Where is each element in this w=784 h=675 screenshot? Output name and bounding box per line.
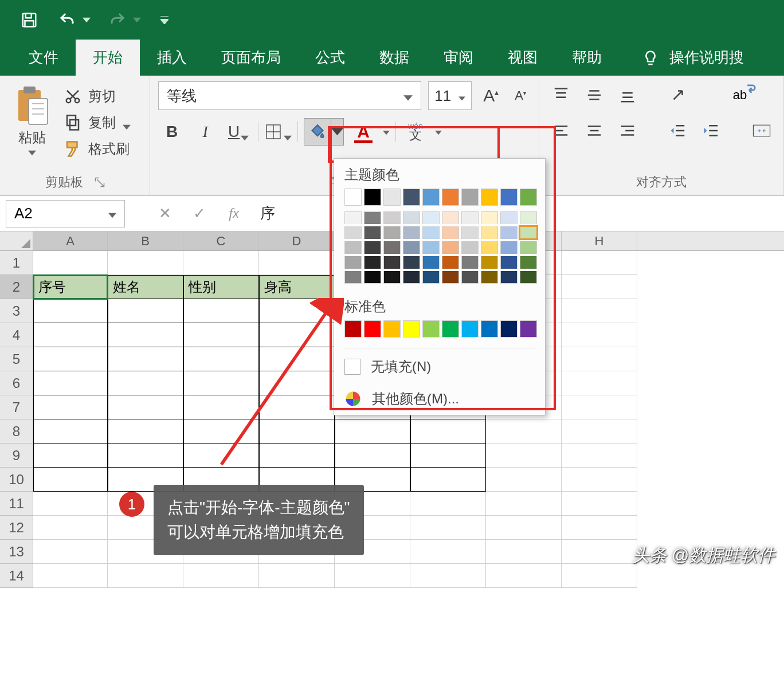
decrease-indent-button[interactable] (664, 117, 692, 144)
cell-E9[interactable] (335, 444, 410, 468)
color-swatch[interactable] (344, 320, 362, 338)
cell-F10[interactable] (410, 468, 486, 492)
row-header-7[interactable]: 7 (0, 395, 33, 419)
cell-F11[interactable] (410, 492, 486, 516)
color-swatch[interactable] (364, 241, 381, 254)
color-swatch[interactable] (364, 226, 381, 239)
color-swatch[interactable] (403, 320, 420, 338)
color-swatch[interactable] (500, 211, 518, 224)
color-swatch[interactable] (383, 320, 401, 338)
column-header-H[interactable]: H (562, 231, 637, 250)
color-swatch[interactable] (364, 271, 381, 284)
color-swatch[interactable] (422, 189, 440, 206)
tab-view[interactable]: 视图 (491, 40, 555, 76)
color-swatch[interactable] (461, 271, 479, 284)
cell-A10[interactable] (33, 468, 108, 492)
cell-D3[interactable] (259, 299, 335, 323)
color-swatch[interactable] (422, 256, 440, 269)
color-swatch[interactable] (500, 256, 518, 269)
tab-file[interactable]: 文件 (11, 40, 76, 76)
tab-help[interactable]: 帮助 (555, 40, 619, 76)
cell-B9[interactable] (108, 444, 183, 468)
cell-G8[interactable] (486, 419, 562, 444)
cell-G12[interactable] (486, 516, 562, 540)
color-swatch[interactable] (422, 271, 440, 284)
cell-A13[interactable] (33, 540, 108, 564)
select-all-button[interactable] (0, 231, 33, 250)
align-right-button[interactable] (614, 117, 641, 144)
cell-A12[interactable] (33, 516, 108, 540)
cell-A1[interactable] (33, 251, 108, 275)
cell-A11[interactable] (33, 492, 108, 516)
cell-B2[interactable]: 姓名 (108, 275, 183, 299)
cell-F13[interactable] (410, 540, 486, 564)
color-swatch[interactable] (383, 241, 401, 254)
cell-F12[interactable] (410, 516, 486, 540)
row-header-5[interactable]: 5 (0, 347, 33, 371)
cell-H3[interactable] (562, 299, 637, 323)
color-swatch[interactable] (403, 256, 420, 269)
dialog-launcher-icon[interactable] (95, 177, 105, 187)
color-swatch[interactable] (364, 256, 381, 269)
color-swatch[interactable] (520, 241, 537, 254)
row-header-13[interactable]: 13 (0, 540, 33, 564)
align-middle-button[interactable] (581, 81, 608, 109)
color-swatch[interactable] (422, 320, 440, 338)
cell-A7[interactable] (33, 395, 108, 419)
cell-G11[interactable] (486, 492, 562, 516)
color-swatch[interactable] (461, 241, 479, 254)
cell-H10[interactable] (562, 468, 637, 492)
tab-home[interactable]: 开始 (76, 40, 140, 76)
color-swatch[interactable] (383, 271, 401, 284)
color-swatch[interactable] (461, 211, 479, 224)
color-swatch[interactable] (442, 189, 459, 206)
color-swatch[interactable] (481, 271, 498, 284)
merge-cells-button[interactable] (748, 117, 775, 144)
cell-C8[interactable] (183, 419, 259, 444)
cell-D1[interactable] (259, 251, 335, 275)
row-header-11[interactable]: 11 (0, 492, 33, 516)
save-icon[interactable] (18, 9, 40, 31)
cell-A4[interactable] (33, 323, 108, 347)
color-swatch[interactable] (442, 241, 459, 254)
cell-G14[interactable] (486, 564, 562, 588)
cell-E14[interactable] (335, 564, 410, 588)
redo-icon[interactable] (107, 9, 128, 31)
color-swatch[interactable] (500, 320, 518, 338)
color-swatch[interactable] (403, 211, 420, 224)
tab-insert[interactable]: 插入 (140, 40, 204, 76)
cancel-formula-button[interactable]: ✕ (148, 200, 182, 227)
color-swatch[interactable] (344, 211, 362, 224)
cell-H7[interactable] (562, 395, 637, 419)
row-header-8[interactable]: 8 (0, 419, 33, 444)
cell-H11[interactable] (562, 492, 637, 516)
undo-icon[interactable] (56, 9, 78, 31)
color-swatch[interactable] (520, 271, 537, 284)
cell-H2[interactable] (562, 275, 637, 299)
cell-H6[interactable] (562, 371, 637, 395)
row-header-6[interactable]: 6 (0, 371, 33, 395)
decrease-font-size-button[interactable]: A▾ (510, 88, 531, 103)
tab-data[interactable]: 数据 (362, 40, 426, 76)
column-header-C[interactable]: C (183, 231, 259, 250)
cell-H13[interactable] (562, 540, 637, 564)
format-painter-button[interactable]: 格式刷 (61, 138, 143, 160)
color-swatch[interactable] (344, 271, 362, 284)
color-swatch[interactable] (364, 189, 381, 206)
cell-A3[interactable] (33, 299, 108, 323)
tab-review[interactable]: 审阅 (426, 40, 491, 76)
cell-D7[interactable] (259, 395, 335, 419)
cell-H9[interactable] (562, 444, 637, 468)
cell-B4[interactable] (108, 323, 183, 347)
row-header-9[interactable]: 9 (0, 444, 33, 468)
color-swatch[interactable] (500, 189, 518, 206)
color-swatch[interactable] (383, 189, 401, 206)
cell-A8[interactable] (33, 419, 108, 444)
font-name-select[interactable]: 等线 (158, 81, 421, 110)
redo-dropdown-icon[interactable] (133, 16, 141, 24)
cell-B7[interactable] (108, 395, 183, 419)
tab-page-layout[interactable]: 页面布局 (204, 40, 298, 76)
cell-G9[interactable] (486, 444, 562, 468)
color-swatch[interactable] (500, 271, 518, 284)
color-swatch[interactable] (344, 241, 362, 254)
